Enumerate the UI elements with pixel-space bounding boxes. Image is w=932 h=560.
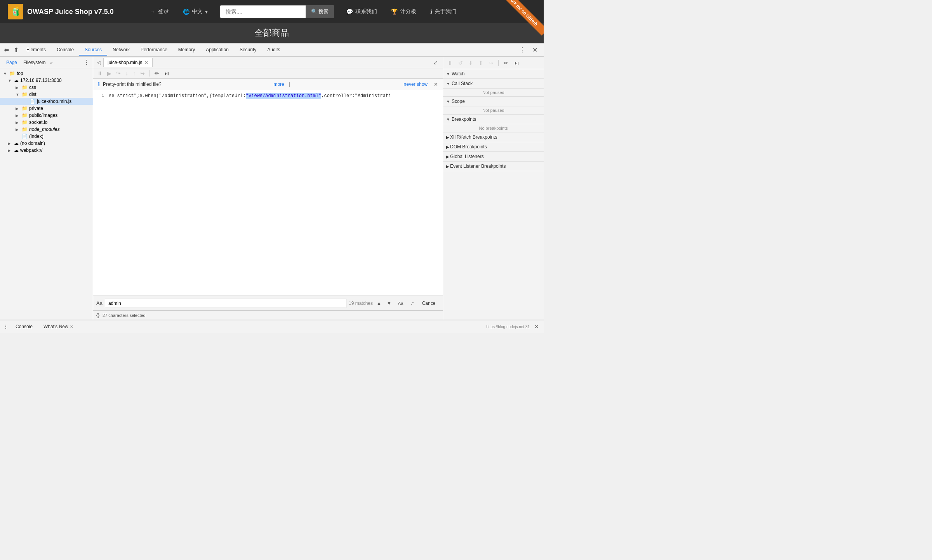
scope-section-header[interactable]: ▼ Scope bbox=[443, 97, 544, 106]
tree-item-webpack[interactable]: ▶ ☁ webpack:// bbox=[0, 147, 93, 154]
call-stack-label: Call Stack bbox=[452, 81, 473, 86]
editor-tab-close-icon[interactable]: ✕ bbox=[144, 60, 148, 65]
debug-edit-btn[interactable]: ✏ bbox=[153, 70, 161, 77]
sidebar-tab-filesystem[interactable]: Filesystem bbox=[20, 59, 49, 66]
tree-item-top[interactable]: ▼ 📁 top bbox=[0, 70, 93, 77]
tab-elements[interactable]: Elements bbox=[21, 45, 51, 56]
tree-item-juice-shop-min[interactable]: 📄 juice-shop.min.js bbox=[0, 98, 93, 105]
tree-item-css[interactable]: ▶ 📁 css bbox=[0, 84, 93, 91]
tree-item-dist[interactable]: ▼ 📁 dist bbox=[0, 91, 93, 98]
tree-item-public-images[interactable]: ▶ 📁 public/images bbox=[0, 112, 93, 119]
global-listeners-section-header[interactable]: ▶ Global Listeners bbox=[443, 152, 544, 162]
tree-item-socket-io[interactable]: ▶ 📁 socket.io bbox=[0, 119, 93, 126]
xhr-section-header[interactable]: ▶ XHR/fetch Breakpoints bbox=[443, 132, 544, 142]
tree-item-private[interactable]: ▶ 📁 private bbox=[0, 105, 93, 112]
tree-item-node-modules[interactable]: ▶ 📁 node_modules bbox=[0, 126, 93, 133]
pretty-print-text: Pretty-print this minified file? bbox=[103, 82, 162, 87]
sidebar-more-icon[interactable]: » bbox=[50, 60, 52, 65]
debug-step-out-btn[interactable]: ↑ bbox=[131, 70, 137, 77]
debug-deactivate-btn[interactable]: ⏯ bbox=[162, 70, 171, 77]
right-edit-btn[interactable]: ✏ bbox=[502, 59, 510, 67]
banner-close-icon[interactable]: ✕ bbox=[434, 82, 438, 87]
right-step-into-btn[interactable]: ⬆ bbox=[476, 59, 485, 67]
regex-btn[interactable]: .* bbox=[408, 300, 416, 307]
contact-icon: 💬 bbox=[346, 9, 353, 15]
bottom-kebab-icon[interactable]: ⋮ bbox=[3, 323, 9, 330]
event-listener-triangle: ▶ bbox=[446, 164, 449, 169]
right-step-out-btn[interactable]: ↪ bbox=[487, 59, 495, 67]
nav-scoreboard[interactable]: 🏆 计分板 bbox=[386, 5, 422, 18]
devtools-nav-back[interactable]: ⬅ bbox=[2, 45, 11, 54]
call-stack-section-header[interactable]: ▼ Call Stack bbox=[443, 79, 544, 89]
bottom-tab-console-label: Console bbox=[16, 324, 33, 329]
match-case-btn[interactable]: Aa bbox=[395, 300, 406, 307]
tab-audits[interactable]: Audits bbox=[262, 45, 285, 56]
search-field[interactable] bbox=[105, 299, 346, 308]
tree-item-server[interactable]: ▼ ☁ 172.16.97.131:3000 bbox=[0, 77, 93, 84]
debug-step-into-btn[interactable]: ↓ bbox=[124, 70, 130, 77]
search-button[interactable]: 🔍 搜索 bbox=[306, 5, 334, 18]
nav-language[interactable]: 🌐 中文 ▾ bbox=[177, 5, 213, 18]
tab-security[interactable]: Security bbox=[234, 45, 262, 56]
nav-contact[interactable]: 💬 联系我们 bbox=[341, 5, 383, 18]
nav-login[interactable]: → 登录 bbox=[145, 5, 174, 18]
match-count: 19 matches bbox=[349, 301, 373, 306]
server-no-domain-icon: ☁ bbox=[14, 141, 19, 146]
search-icon: 🔍 bbox=[311, 9, 317, 14]
bottom-tab-console[interactable]: Console bbox=[12, 322, 37, 331]
event-listener-section-header[interactable]: ▶ Event Listener Breakpoints bbox=[443, 162, 544, 171]
toolbar-sep-1 bbox=[150, 70, 150, 77]
search-input[interactable] bbox=[220, 5, 306, 18]
editor-tab-nav-back-icon[interactable]: ◁ bbox=[95, 59, 103, 65]
bottom-tab-whats-new[interactable]: What's New ✕ bbox=[40, 322, 77, 331]
debug-step-btn[interactable]: ↪ bbox=[139, 70, 146, 77]
app-title: OWASP Juice Shop v7.5.0 bbox=[27, 8, 114, 16]
tab-console[interactable]: Console bbox=[51, 45, 79, 56]
editor-tab-expand-icon[interactable]: ⤢ bbox=[430, 59, 441, 66]
banner-never-show-link[interactable]: never show bbox=[404, 82, 428, 87]
devtools-more-icon[interactable]: ⋮ bbox=[517, 45, 528, 54]
nav-about[interactable]: ℹ 关于我们 bbox=[425, 5, 462, 18]
breakpoints-section-header[interactable]: ▼ Breakpoints bbox=[443, 115, 544, 124]
tree-triangle-css: ▶ bbox=[16, 85, 20, 90]
editor-tab-juice-shop-min[interactable]: juice-shop.min.js ✕ bbox=[103, 58, 153, 67]
tree-item-index[interactable]: 📄 (index) bbox=[0, 133, 93, 140]
tab-application[interactable]: Application bbox=[200, 45, 234, 56]
right-sep bbox=[498, 60, 499, 66]
search-prev-btn[interactable]: ▲ bbox=[375, 300, 383, 307]
sources-sidebar: Page Filesystem » ⋮ ▼ 📁 top ▼ ☁ 172.16.9… bbox=[0, 57, 93, 320]
devtools-nav-forward[interactable]: ⬆ bbox=[11, 45, 21, 54]
watch-triangle: ▼ bbox=[446, 72, 450, 76]
right-pause-btn[interactable]: ⏸ bbox=[445, 59, 455, 67]
bottom-bar: ⋮ Console What's New ✕ https://blog.node… bbox=[0, 320, 544, 333]
sidebar-tab-page[interactable]: Page bbox=[3, 59, 20, 66]
fork-banner[interactable]: Fork me on GitHub bbox=[505, 0, 544, 39]
watch-section-header[interactable]: ▼ Watch bbox=[443, 69, 544, 79]
bottom-tab-close-icon[interactable]: ✕ bbox=[70, 324, 73, 329]
language-icon: 🌐 bbox=[183, 9, 190, 15]
search-next-btn[interactable]: ▼ bbox=[385, 300, 393, 307]
tree-triangle-no-domain: ▶ bbox=[8, 141, 12, 146]
sidebar-kebab-icon[interactable]: ⋮ bbox=[83, 59, 90, 66]
banner-more-link[interactable]: more bbox=[273, 82, 284, 87]
tab-sources[interactable]: Sources bbox=[79, 45, 107, 56]
editor-area: ◁ juice-shop.min.js ✕ ⤢ ⏸ ▶ ↷ ↓ ↑ ↪ ✏ ⏯ bbox=[93, 57, 443, 320]
search-cancel-btn[interactable]: Cancel bbox=[419, 300, 440, 307]
right-resume-btn[interactable]: ↺ bbox=[456, 59, 465, 67]
dom-section-header[interactable]: ▶ DOM Breakpoints bbox=[443, 142, 544, 152]
devtools-close-icon[interactable]: ✕ bbox=[530, 45, 540, 54]
right-step-over-btn[interactable]: ⬇ bbox=[466, 59, 475, 67]
debug-pause-btn[interactable]: ⏸ bbox=[96, 70, 104, 77]
tree-item-no-domain[interactable]: ▶ ☁ (no domain) bbox=[0, 140, 93, 147]
code-editor[interactable]: 1 se strict";e.when("/administration",{t… bbox=[93, 90, 443, 296]
bottom-close-icon[interactable]: ✕ bbox=[533, 323, 541, 330]
tab-performance[interactable]: Performance bbox=[135, 45, 173, 56]
search-case-icon-btn[interactable]: Aa bbox=[96, 300, 103, 306]
debug-resume-btn[interactable]: ▶ bbox=[106, 70, 113, 77]
debug-step-over-btn[interactable]: ↷ bbox=[115, 70, 122, 77]
editor-tab-filename: juice-shop.min.js bbox=[108, 60, 142, 65]
tab-memory[interactable]: Memory bbox=[173, 45, 200, 56]
right-deactivate-btn[interactable]: ⏯ bbox=[512, 59, 521, 67]
app-header: 🧃 OWASP Juice Shop v7.5.0 → 登录 🌐 中文 ▾ 🔍 … bbox=[0, 0, 544, 23]
tab-network[interactable]: Network bbox=[107, 45, 135, 56]
